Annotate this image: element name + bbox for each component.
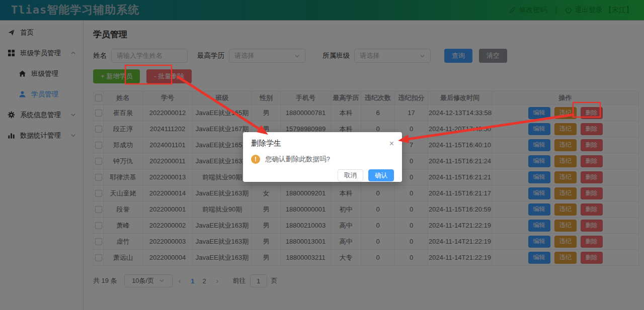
cancel-button[interactable]: 取消 — [338, 169, 363, 181]
delete-student-dialog: 删除学生 × ! 您确认删除此数据吗? 取消 确认 — [243, 132, 402, 182]
dialog-message: 您确认删除此数据吗? — [265, 155, 330, 164]
dialog-title: 删除学生 — [251, 139, 281, 148]
confirm-button[interactable]: 确认 — [368, 169, 394, 181]
warning-icon: ! — [251, 155, 260, 164]
close-icon[interactable]: × — [389, 140, 394, 148]
